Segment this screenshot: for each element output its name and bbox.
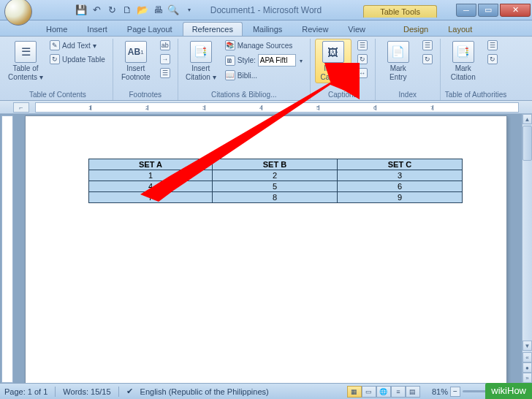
outline-view[interactable]: ≡	[391, 386, 406, 398]
update-table-button[interactable]: ↻Update Table	[47, 53, 108, 66]
update-index-button[interactable]: ↻	[419, 53, 436, 66]
scroll-up-button[interactable]: ▲	[522, 114, 532, 124]
bibliography-button[interactable]: 📖Bibli...	[222, 69, 305, 82]
update-toa-icon: ↻	[487, 54, 498, 64]
mark-entry-label: MarkEntry	[390, 64, 406, 81]
table-cell[interactable]: 1	[89, 170, 213, 181]
group-label-captions: Captions	[315, 90, 370, 100]
qat-customize[interactable]	[182, 4, 195, 17]
show-notes-button[interactable]: ☰	[157, 66, 173, 80]
zoom-out-button[interactable]: −	[450, 387, 460, 397]
insert-toa-icon: ☰	[487, 40, 498, 50]
update-tof-button[interactable]: ↻	[354, 53, 370, 66]
browse-prev-button[interactable]: «	[522, 352, 532, 362]
open-icon[interactable]: 📂	[136, 4, 149, 17]
tab-review[interactable]: Review	[292, 22, 338, 36]
office-button[interactable]	[4, 0, 32, 26]
table-header[interactable]: SET B	[212, 159, 337, 170]
add-text-button[interactable]: ✎Add Text ▾	[47, 39, 108, 52]
update-tof-icon: ↻	[357, 54, 368, 64]
table-cell[interactable]: 2	[212, 170, 337, 181]
document-table[interactable]: SET ASET BSET C123456789	[88, 159, 463, 203]
tab-references[interactable]: References	[183, 22, 243, 36]
table-cell[interactable]: 4	[89, 181, 213, 192]
title-bar: 💾 ↶ ↻ 🗋 📂 🖶 🔍 Document1 - Microsoft Word…	[0, 0, 532, 20]
undo-icon[interactable]: ↶	[90, 4, 103, 17]
group-captions: 🖼 InsertCaption ☰ ↻ ↔ Captions	[311, 39, 376, 100]
table-header[interactable]: SET A	[89, 159, 213, 170]
endnote-icon: ab	[160, 40, 170, 50]
style-dropdown-icon[interactable]	[298, 56, 303, 64]
cross-reference-button[interactable]: ↔	[354, 66, 370, 80]
scroll-down-button[interactable]: ▼	[522, 341, 532, 351]
print-layout-view[interactable]: ▦	[347, 386, 362, 398]
insert-footnote-label: InsertFootnote	[121, 64, 150, 81]
maximize-button[interactable]: ▭	[478, 4, 498, 17]
table-cell[interactable]: 6	[337, 181, 462, 192]
table-cell[interactable]: 9	[337, 192, 462, 203]
wikihow-badge: wikiHow	[485, 383, 532, 399]
web-layout-view[interactable]: 🌐	[376, 386, 391, 398]
redo-icon[interactable]: ↻	[105, 4, 118, 17]
page-indicator[interactable]: Page: 1 of 1	[4, 387, 48, 396]
tab-home[interactable]: Home	[37, 22, 77, 36]
page[interactable]: SET ASET BSET C123456789	[25, 115, 507, 383]
next-footnote-button[interactable]: →	[157, 53, 173, 66]
new-icon[interactable]: 🗋	[121, 4, 134, 17]
table-cell[interactable]: 7	[89, 192, 213, 203]
group-toa: 📑 MarkCitation ☰ ↻ Table of Authorities	[441, 39, 512, 100]
browse-object-button[interactable]: ●	[522, 362, 532, 373]
insert-footnote-button[interactable]: AB1 InsertFootnote	[118, 39, 154, 83]
app-name: Microsoft Word	[263, 5, 322, 15]
insert-tof-button[interactable]: ☰	[354, 39, 370, 52]
minimize-button[interactable]: ─	[456, 4, 476, 17]
tab-design[interactable]: Design	[394, 22, 438, 36]
word-count[interactable]: Words: 15/15	[63, 387, 110, 396]
close-button[interactable]: ✕	[500, 4, 531, 17]
save-icon[interactable]: 💾	[75, 4, 88, 17]
tab-layout[interactable]: Layout	[438, 22, 482, 36]
table-cell[interactable]: 5	[212, 181, 337, 192]
manage-sources-button[interactable]: 📚Manage Sources	[222, 39, 305, 52]
update-toa-button[interactable]: ↻	[484, 53, 501, 66]
browse-next-button[interactable]: »	[522, 373, 532, 383]
tab-view[interactable]: View	[338, 22, 375, 36]
bibliography-label: Bibli...	[238, 72, 257, 80]
insert-endnote-button[interactable]: ab	[157, 39, 173, 52]
document-viewport: SET ASET BSET C123456789	[0, 114, 522, 383]
zoom-percent[interactable]: 81%	[432, 387, 448, 396]
tab-insert[interactable]: Insert	[77, 22, 117, 36]
citation-style-row: 🗎 Style:	[222, 53, 305, 68]
draft-view[interactable]: ▤	[406, 386, 420, 398]
table-cell[interactable]: 3	[337, 170, 462, 181]
group-label-toa: Table of Authorities	[445, 90, 507, 100]
citation-icon: 📑	[190, 41, 212, 63]
tab-page-layout[interactable]: Page Layout	[118, 22, 182, 36]
proofing-icon[interactable]: ✔	[126, 387, 133, 396]
mark-citation-button[interactable]: 📑 MarkCitation	[445, 39, 482, 83]
table-of-contents-button[interactable]: ☰ Table ofContents ▾	[7, 39, 44, 83]
horizontal-ruler[interactable]: 1234567	[35, 102, 519, 113]
mark-entry-button[interactable]: 📄 MarkEntry	[380, 39, 417, 83]
insert-toa-button[interactable]: ☰	[484, 39, 501, 52]
print-icon[interactable]: 🖶	[151, 4, 164, 17]
table-cell[interactable]: 8	[212, 192, 337, 203]
insert-index-button[interactable]: ☰	[419, 39, 436, 52]
scroll-thumb[interactable]	[522, 126, 532, 161]
style-select[interactable]	[258, 54, 296, 66]
ruler-corner[interactable]: ⌐	[13, 102, 29, 113]
full-screen-view[interactable]: ▭	[362, 386, 376, 398]
preview-icon[interactable]: 🔍	[167, 4, 180, 17]
vertical-scrollbar[interactable]: ▲ ▼ « ● »	[522, 114, 532, 383]
tab-mailings[interactable]: Mailings	[243, 22, 292, 36]
table-header[interactable]: SET C	[337, 159, 462, 170]
insert-caption-button[interactable]: 🖼 InsertCaption	[315, 39, 352, 83]
language-indicator[interactable]: English (Republic of the Philippines)	[140, 387, 269, 396]
mark-citation-label: MarkCitation	[451, 64, 476, 81]
cross-ref-icon: ↔	[357, 68, 368, 78]
vertical-ruler[interactable]	[1, 115, 13, 383]
update-table-icon: ↻	[50, 54, 60, 64]
view-buttons: ▦ ▭ 🌐 ≡ ▤	[347, 386, 420, 398]
insert-citation-button[interactable]: 📑 InsertCitation ▾	[183, 39, 219, 83]
group-toc: ☰ Table ofContents ▾ ✎Add Text ▾ ↻Update…	[3, 39, 113, 100]
